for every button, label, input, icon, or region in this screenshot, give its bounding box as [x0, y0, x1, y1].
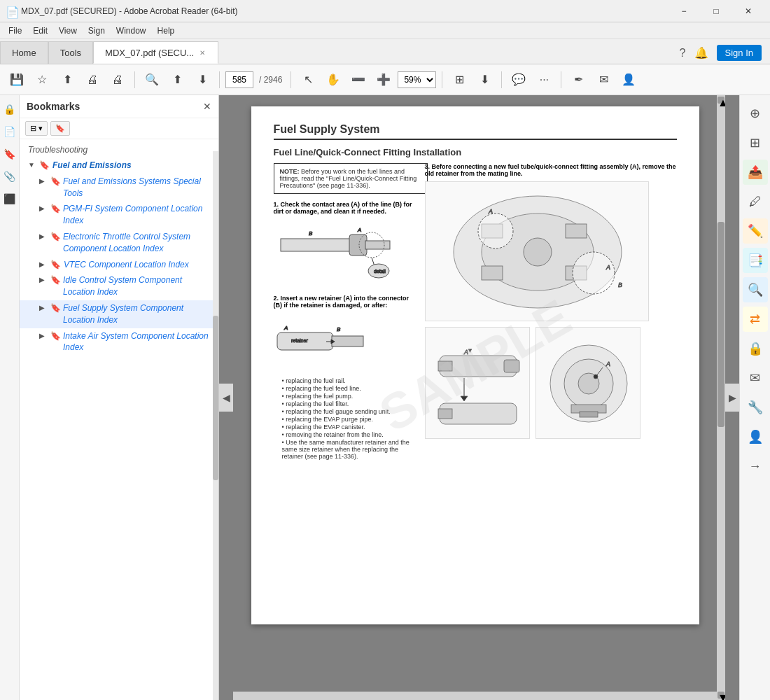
bookmark-item-intake[interactable]: ▶ 🔖 Intake Air System Component Location…: [20, 328, 218, 356]
next-page-button[interactable]: ⬇: [191, 69, 214, 91]
pdf-horizontal-scrollbar[interactable]: [233, 692, 717, 700]
compare-sidebar-btn[interactable]: ⇄: [743, 307, 768, 332]
minimize-button[interactable]: −: [668, 0, 700, 22]
lock-nav-button[interactable]: 🔒: [1, 101, 18, 118]
people-sidebar-btn[interactable]: 👤: [743, 424, 768, 449]
scroll-down-btn[interactable]: ▼: [718, 692, 724, 699]
expand-sidebar-btn[interactable]: →: [743, 454, 768, 479]
tab-home[interactable]: Home: [0, 41, 48, 64]
zoom-out-btn2[interactable]: ➖: [347, 69, 370, 91]
bookmark-item-special-tools[interactable]: ▶ 🔖 Fuel and Emissions Systems Special T…: [20, 174, 218, 202]
send-sidebar-btn[interactable]: ✉: [743, 365, 768, 391]
upload-button[interactable]: ⬆: [56, 69, 78, 91]
bookmark-item-fuel-emissions[interactable]: ▼ 🔖 Fuel and Emissions: [20, 158, 218, 174]
expand-icon-pgm-fi[interactable]: ▶: [39, 204, 48, 212]
notification-icon[interactable]: 🔔: [694, 46, 708, 59]
pdf-diagram-pump: A: [536, 327, 640, 439]
page-input[interactable]: [225, 71, 253, 88]
svg-rect-0: [281, 239, 351, 251]
pan-tool[interactable]: ✋: [322, 69, 344, 91]
page-nav-right[interactable]: ▶: [725, 384, 739, 412]
bookmark-item-etc[interactable]: ▶ 🔖 Electronic Throttle Control System C…: [20, 229, 218, 257]
bookmark-item-fuel-supply[interactable]: ▶ 🔖 Fuel Supply System Component Locatio…: [20, 300, 218, 328]
expand-icon-etc[interactable]: ▶: [39, 232, 48, 240]
sidebar-close-button[interactable]: ✕: [203, 101, 211, 112]
bookmark-item-vtec[interactable]: ▶ 🔖 VTEC Component Location Index: [20, 257, 218, 273]
bookmark-toggle-button[interactable]: ☆: [31, 69, 53, 91]
close-button[interactable]: ✕: [732, 0, 764, 22]
window-controls: − □ ✕: [668, 0, 764, 22]
expand-icon-intake[interactable]: ▶: [39, 332, 48, 340]
expand-icon-vtec[interactable]: ▶: [39, 260, 48, 268]
sidebar-scrollbar[interactable]: [213, 151, 218, 700]
zoom-out-button[interactable]: 🔍: [141, 69, 163, 91]
edit-pdf-sidebar-btn[interactable]: ✏️: [743, 218, 768, 244]
pen-button[interactable]: ✒: [567, 69, 589, 91]
svg-rect-21: [482, 266, 503, 280]
avatar-button[interactable]: 👤: [617, 69, 640, 91]
pdf-vertical-scrollbar[interactable]: ▲ ▼: [717, 95, 725, 700]
attachments-nav-button[interactable]: 📎: [1, 168, 18, 185]
print-button[interactable]: 🖨: [106, 69, 129, 91]
svg-text:retainer: retainer: [291, 338, 308, 343]
bookmarks-nav-button[interactable]: 🔖: [1, 146, 18, 162]
zoom-in-sidebar-btn[interactable]: ⊕: [743, 101, 768, 126]
tools-sidebar-btn[interactable]: 🔧: [743, 395, 768, 420]
main-content: 🔒 📄 🔖 📎 ⬛ Bookmarks ✕ ⊟ ▾ 🔖 Troubleshoot…: [0, 95, 770, 700]
scroll-up-btn[interactable]: ▲: [718, 97, 724, 104]
rotate-button[interactable]: ⬇: [473, 69, 496, 91]
app-icon: 📄: [6, 6, 17, 17]
svg-rect-10: [332, 336, 363, 346]
menu-file[interactable]: File: [3, 24, 27, 37]
sidebar-title: Bookmarks: [27, 101, 80, 112]
bookmarks-list: Troubleshooting ▼ 🔖 Fuel and Emissions ▶…: [20, 139, 218, 700]
zoom-select[interactable]: 59%: [398, 71, 436, 88]
menu-window[interactable]: Window: [111, 24, 152, 37]
toolbar: 💾 ☆ ⬆ 🖨 🖨 🔍 ⬆ ⬇ / 2946 ↖ ✋ ➖ ➕ 59% ⊞ ⬇ 💬…: [0, 64, 770, 95]
menu-sign[interactable]: Sign: [83, 24, 111, 37]
menu-help[interactable]: Help: [152, 24, 181, 37]
select-tool[interactable]: ↖: [297, 69, 319, 91]
bookmark-flag-pgm-fi: 🔖: [50, 204, 60, 214]
sidebar-view-btn[interactable]: ⊟ ▾: [25, 121, 48, 136]
tab-pdf[interactable]: MDX_07.pdf (SECU... ✕: [93, 41, 218, 64]
bullet-5: • replacing the fuel gauge sending unit.: [282, 408, 414, 415]
pdf-diagram-bottom-row: A ▼: [425, 327, 677, 439]
comment-button[interactable]: 💬: [507, 69, 530, 91]
enhance-sidebar-btn[interactable]: 🔍: [743, 277, 768, 302]
fit-page-sidebar-btn[interactable]: ⊞: [743, 130, 768, 155]
tab-tools[interactable]: Tools: [48, 41, 93, 64]
layers-nav-button[interactable]: ⬛: [1, 190, 18, 207]
help-icon[interactable]: ?: [680, 47, 686, 59]
expand-icon-fuel-supply[interactable]: ▶: [39, 304, 48, 312]
zoom-in-btn2[interactable]: ➕: [372, 69, 395, 91]
edit-sidebar-btn[interactable]: 🖊: [743, 189, 768, 214]
expand-icon-idle[interactable]: ▶: [39, 276, 48, 284]
bookmark-item-idle[interactable]: ▶ 🔖 Idle Control System Component Locati…: [20, 272, 218, 300]
expand-icon-special-tools[interactable]: ▶: [39, 177, 48, 185]
bookmark-item-pgm-fi[interactable]: ▶ 🔖 PGM-FI System Component Location Ind…: [20, 201, 218, 229]
protect-sidebar-btn[interactable]: 🔒: [743, 336, 768, 361]
export-sidebar-btn[interactable]: 📤: [743, 160, 768, 185]
sidebar-add-bookmark-btn[interactable]: 🔖: [50, 121, 70, 136]
tab-pdf-close[interactable]: ✕: [198, 48, 206, 58]
prev-page-button[interactable]: ⬆: [166, 69, 188, 91]
print-preview-button[interactable]: 🖨: [81, 69, 104, 91]
menu-edit[interactable]: Edit: [27, 24, 53, 37]
menu-view[interactable]: View: [53, 24, 83, 37]
sign-in-button[interactable]: Sign In: [717, 45, 762, 61]
page-nav-left[interactable]: ◀: [219, 384, 233, 412]
pages-nav-button[interactable]: 📄: [1, 123, 18, 140]
expand-icon-fuel-emissions[interactable]: ▼: [28, 161, 36, 169]
fit-width-button[interactable]: ⊞: [448, 69, 470, 91]
save-button[interactable]: 💾: [6, 69, 28, 91]
pdf-col-right: 3. Before connecting a new fuel tube/qui…: [425, 163, 677, 461]
toolbar-sep-1: [134, 71, 135, 88]
more-button[interactable]: ···: [533, 69, 555, 91]
sidebar-scroll-thumb: [213, 316, 218, 480]
organize-sidebar-btn[interactable]: 📑: [743, 248, 768, 273]
bookmark-label-etc: Electronic Throttle Control System Compo…: [63, 231, 213, 255]
restore-button[interactable]: □: [700, 0, 732, 22]
svg-rect-31: [504, 360, 519, 372]
email-button[interactable]: ✉: [592, 69, 615, 91]
